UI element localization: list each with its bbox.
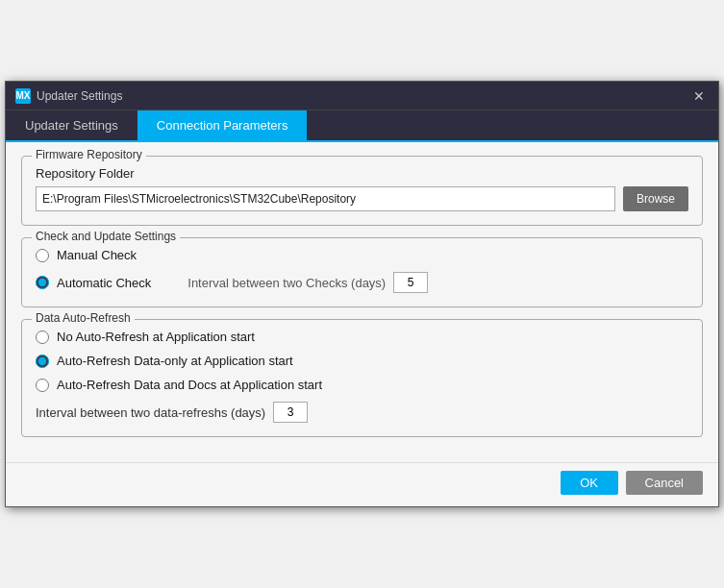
repository-folder-label: Repository Folder bbox=[36, 166, 688, 181]
interval-check-input[interactable] bbox=[393, 272, 428, 293]
auto-check-label: Automatic Check bbox=[57, 276, 151, 290]
close-button[interactable]: ✕ bbox=[689, 86, 709, 106]
repository-folder-input[interactable] bbox=[36, 186, 615, 211]
ok-button[interactable]: OK bbox=[561, 471, 618, 495]
browse-button[interactable]: Browse bbox=[623, 186, 688, 211]
tab-bar: Updater Settings Connection Parameters bbox=[6, 110, 718, 142]
window-title: Updater Settings bbox=[37, 89, 122, 103]
title-bar-left: MX Updater Settings bbox=[15, 88, 122, 104]
interval-refresh-label: Interval between two data-refreshs (days… bbox=[36, 405, 265, 420]
data-docs-refresh-label: Auto-Refresh Data and Docs at Applicatio… bbox=[57, 378, 322, 392]
data-only-refresh-label: Auto-Refresh Data-only at Application st… bbox=[57, 354, 293, 368]
interval-refresh-input[interactable] bbox=[273, 402, 308, 423]
interval-check-label: Interval between two Checks (days) bbox=[187, 276, 386, 290]
app-icon: MX bbox=[15, 88, 31, 104]
repository-folder-row: Browse bbox=[36, 186, 688, 211]
data-docs-refresh-row: Auto-Refresh Data and Docs at Applicatio… bbox=[36, 378, 688, 392]
manual-check-row: Manual Check bbox=[36, 248, 688, 262]
data-only-refresh-radio[interactable] bbox=[36, 355, 49, 368]
data-only-refresh-row: Auto-Refresh Data-only at Application st… bbox=[36, 354, 688, 368]
main-window: MX Updater Settings ✕ Updater Settings C… bbox=[5, 81, 719, 507]
cancel-button[interactable]: Cancel bbox=[626, 471, 703, 495]
firmware-repository-group: Firmware Repository Repository Folder Br… bbox=[21, 156, 703, 226]
interval-refresh-row: Interval between two data-refreshs (days… bbox=[36, 402, 688, 423]
manual-check-label: Manual Check bbox=[57, 248, 137, 262]
data-docs-refresh-radio[interactable] bbox=[36, 379, 49, 392]
footer: OK Cancel bbox=[6, 462, 718, 506]
title-bar: MX Updater Settings ✕ bbox=[6, 82, 718, 110]
check-update-label: Check and Update Settings bbox=[32, 230, 180, 243]
auto-check-radio[interactable] bbox=[36, 276, 49, 289]
auto-refresh-label: Data Auto-Refresh bbox=[32, 311, 135, 325]
no-auto-refresh-radio[interactable] bbox=[36, 331, 49, 344]
auto-check-row: Automatic Check Interval between two Che… bbox=[36, 272, 688, 293]
firmware-repository-label: Firmware Repository bbox=[32, 148, 146, 161]
check-update-group: Check and Update Settings Manual Check A… bbox=[21, 237, 703, 307]
no-auto-refresh-label: No Auto-Refresh at Application start bbox=[57, 330, 255, 344]
manual-check-radio[interactable] bbox=[36, 249, 49, 262]
tab-updater-settings[interactable]: Updater Settings bbox=[6, 110, 137, 140]
content-area: Firmware Repository Repository Folder Br… bbox=[6, 142, 718, 462]
tab-connection-parameters[interactable]: Connection Parameters bbox=[137, 110, 308, 140]
no-auto-refresh-row: No Auto-Refresh at Application start bbox=[36, 330, 688, 344]
auto-refresh-group: Data Auto-Refresh No Auto-Refresh at App… bbox=[21, 319, 703, 437]
